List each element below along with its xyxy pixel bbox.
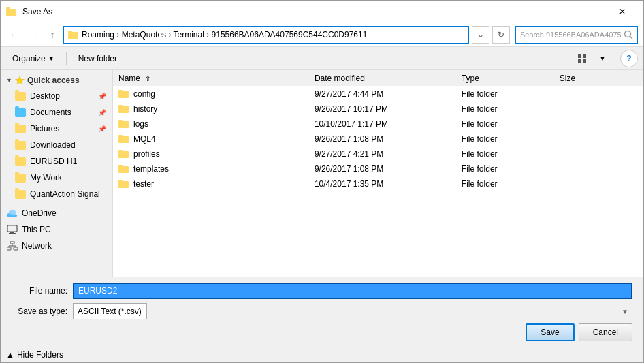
svg-rect-16 [9, 233, 16, 234]
sidebar-item-pictures[interactable]: Pictures 📌 [1, 121, 112, 137]
hide-folders-button[interactable]: ▲ Hide Folders [1, 347, 643, 362]
help-button[interactable]: ? [620, 50, 638, 67]
file-type-cell: File folder [462, 164, 560, 174]
col-size-header[interactable]: Size [560, 74, 638, 83]
view-toggle-button[interactable] [573, 50, 592, 67]
svg-rect-2 [68, 32, 78, 39]
cancel-button[interactable]: Cancel [579, 323, 632, 341]
title-controls: ─ □ ✕ [541, 1, 638, 22]
svg-rect-1 [6, 7, 10, 10]
maximize-button[interactable]: □ [574, 1, 605, 22]
table-row[interactable]: templates 9/26/2017 1:08 PM File folder [113, 161, 643, 176]
file-type-cell: File folder [462, 119, 560, 129]
documents-label: Documents [30, 108, 94, 117]
svg-rect-27 [118, 105, 123, 107]
dropdown-button[interactable]: ⌄ [472, 26, 489, 44]
sidebar-item-quantaction[interactable]: QuantAction Signal [1, 186, 112, 202]
file-name: profiles [133, 149, 160, 159]
table-row[interactable]: history 9/26/2017 10:17 PM File folder [113, 101, 643, 116]
up-button[interactable]: ↑ [44, 27, 61, 43]
svg-rect-0 [6, 9, 16, 16]
col-name-header[interactable]: Name ⇧ [118, 74, 315, 83]
svg-rect-31 [118, 135, 123, 137]
file-date-cell: 9/27/2017 4:21 PM [315, 149, 462, 159]
hide-folders-chevron: ▲ [6, 350, 14, 360]
organize-dropdown-icon: ▼ [48, 55, 54, 62]
sidebar-item-onedrive[interactable]: OneDrive [1, 205, 112, 221]
pictures-pin-icon: 📌 [98, 125, 106, 133]
file-name-cell: tester [118, 179, 315, 189]
svg-rect-25 [118, 90, 123, 92]
title-bar: Save As ─ □ ✕ [1, 1, 643, 22]
file-type-cell: File folder [462, 89, 560, 99]
svg-rect-33 [118, 150, 123, 152]
sidebar-item-eurusd[interactable]: EURUSD H1 [1, 153, 112, 170]
col-type-header[interactable]: Type [462, 74, 560, 83]
table-row[interactable]: profiles 9/27/2017 4:21 PM File folder [113, 146, 643, 161]
file-name-cell: config [118, 89, 315, 99]
view-options: ▼ ? [573, 50, 638, 67]
desktop-pin-icon: 📌 [98, 93, 106, 100]
sidebar-item-thispc[interactable]: This PC [1, 221, 112, 238]
back-button[interactable]: ← [6, 27, 22, 43]
filename-input[interactable] [73, 283, 632, 299]
file-name: tester [133, 179, 154, 189]
search-placeholder: Search 915566BA06ADA4075... [520, 31, 621, 39]
svg-line-5 [630, 36, 633, 39]
documents-folder-icon [15, 107, 26, 118]
desktop-label: Desktop [30, 91, 94, 101]
eurusd-folder-icon [15, 156, 26, 167]
quantaction-label: QuantAction Signal [30, 189, 106, 199]
organize-button[interactable]: Organize ▼ [6, 50, 61, 67]
toolbar-separator [66, 52, 67, 65]
refresh-button[interactable]: ↻ [492, 26, 510, 44]
address-bar: ← → ↑ Roaming › MetaQuotes › Terminal › … [1, 22, 643, 47]
desktop-folder-icon [15, 91, 26, 101]
savetype-row: Save as type: ASCII Text (*.csv) ▼ [12, 303, 632, 319]
sidebar-item-documents[interactable]: Documents 📌 [1, 104, 112, 121]
file-name: logs [133, 119, 148, 129]
savetype-label: Save as type: [12, 306, 73, 316]
table-row[interactable]: MQL4 9/26/2017 1:08 PM File folder [113, 131, 643, 146]
sidebar-item-desktop[interactable]: Desktop 📌 [1, 88, 112, 104]
save-button[interactable]: Save [526, 323, 574, 341]
search-icon [624, 30, 633, 40]
file-name-cell: history [118, 104, 315, 114]
quick-access-label: Quick access [27, 76, 80, 85]
col-date-header[interactable]: Date modified [315, 74, 462, 83]
col-name-label: Name [118, 74, 140, 83]
sidebar-quick-access-header[interactable]: ▼ Quick access [1, 73, 112, 88]
forward-button[interactable]: → [25, 27, 42, 43]
table-row[interactable]: tester 10/4/2017 1:35 PM File folder [113, 176, 643, 191]
svg-point-13 [9, 210, 16, 216]
svg-rect-8 [578, 59, 581, 63]
mywork-folder-icon [15, 172, 26, 183]
table-row[interactable]: logs 10/10/2017 1:17 PM File folder [113, 116, 643, 131]
svg-rect-37 [118, 180, 123, 182]
file-date-cell: 9/27/2017 4:44 PM [315, 89, 462, 99]
table-row[interactable]: config 9/27/2017 4:44 PM File folder [113, 86, 643, 101]
close-button[interactable]: ✕ [607, 1, 638, 22]
minimize-button[interactable]: ─ [541, 1, 573, 22]
col-size-label: Size [560, 74, 575, 83]
svg-rect-26 [118, 106, 129, 113]
savetype-select[interactable]: ASCII Text (*.csv) [73, 303, 147, 319]
sidebar-item-mywork[interactable]: My Work [1, 170, 112, 186]
file-date-cell: 9/26/2017 1:08 PM [315, 134, 462, 144]
view-dropdown-button[interactable]: ▼ [593, 50, 612, 67]
file-type-cell: File folder [462, 104, 560, 114]
thispc-icon [7, 224, 18, 235]
documents-pin-icon: 📌 [98, 109, 106, 116]
save-label: Save [541, 328, 559, 337]
svg-rect-34 [118, 166, 129, 173]
filename-label: File name: [12, 286, 73, 296]
file-folder-icon [118, 164, 129, 173]
sidebar-item-downloaded[interactable]: Downloaded [1, 137, 112, 153]
sidebar-item-network[interactable]: Network [1, 238, 112, 254]
window-title: Save As [22, 7, 52, 16]
save-as-dialog: Save As ─ □ ✕ ← → ↑ Roaming › MetaQuotes… [0, 0, 644, 363]
svg-marker-10 [15, 76, 24, 84]
breadcrumb[interactable]: Roaming › MetaQuotes › Terminal › 915566… [63, 26, 469, 44]
breadcrumb-path: Roaming › MetaQuotes › Terminal › 915566… [82, 30, 367, 40]
new-folder-button[interactable]: New folder [72, 50, 123, 67]
